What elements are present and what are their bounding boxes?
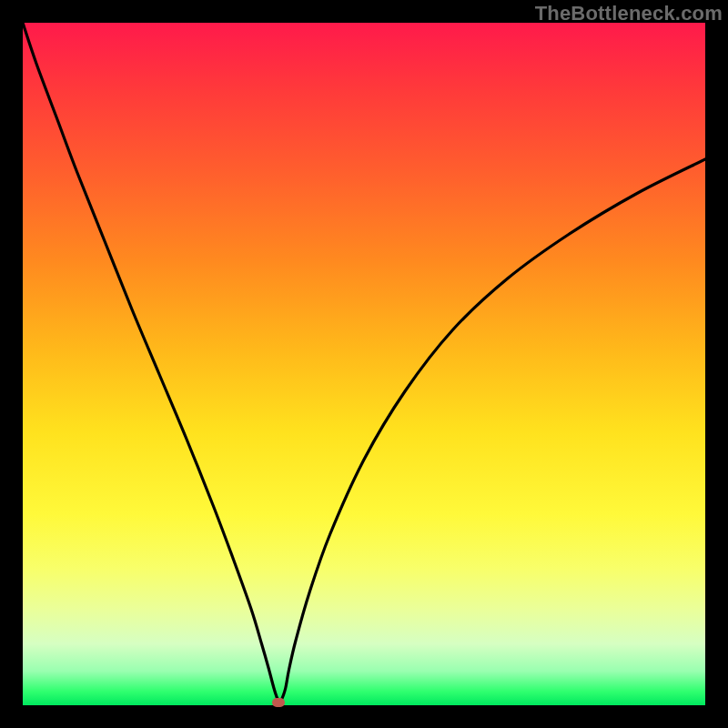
optimum-marker <box>272 698 285 707</box>
watermark-text: TheBottleneck.com <box>535 2 723 25</box>
bottleneck-curve-path <box>23 23 705 702</box>
curve-svg <box>23 23 705 705</box>
plot-area <box>23 23 705 705</box>
chart-frame: TheBottleneck.com <box>0 0 728 728</box>
